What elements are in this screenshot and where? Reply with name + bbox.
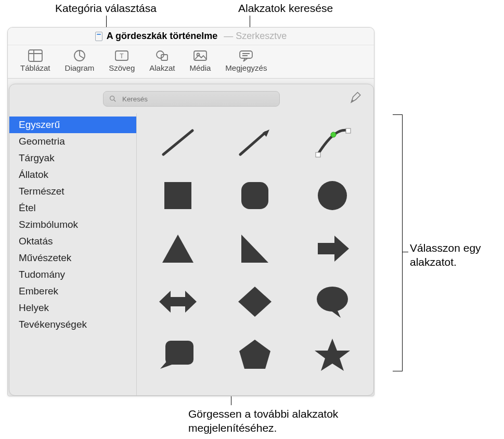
shapes-popover: EgyszerűGeometriaTárgyakÁllatokTermészet…: [9, 84, 374, 396]
sidebar-item[interactable]: Oktatás: [9, 233, 136, 250]
shape-line[interactable]: [154, 123, 201, 162]
shape-arrow-bidir[interactable]: [154, 282, 201, 321]
shape-arrow-line[interactable]: [231, 123, 278, 162]
svg-marker-30: [238, 287, 272, 317]
shape-speech-bubble[interactable]: [309, 282, 356, 321]
svg-rect-24: [241, 182, 268, 209]
svg-marker-29: [159, 291, 197, 313]
shape-pentagon[interactable]: [231, 335, 278, 375]
titlebar: A gördeszkák történelme — Szerkesztve: [8, 28, 374, 45]
toolbar-text[interactable]: T Szöveg: [109, 49, 135, 72]
chart-icon: [72, 49, 87, 62]
shape-circle[interactable]: [309, 176, 356, 215]
document-status: — Szerkesztve: [224, 31, 287, 42]
sidebar-item[interactable]: Emberek: [9, 283, 136, 300]
sidebar-item[interactable]: Tárgyak: [9, 150, 136, 166]
svg-marker-36: [315, 339, 350, 371]
comment-icon: [238, 49, 254, 62]
document-icon: [95, 32, 102, 41]
search-icon: [109, 95, 117, 103]
svg-point-22: [331, 132, 336, 137]
shape-icon: [154, 49, 170, 62]
shapes-area[interactable]: [137, 113, 373, 395]
svg-marker-26: [162, 235, 193, 263]
toolbar-label: Megjegyzés: [225, 63, 267, 72]
svg-rect-0: [29, 50, 42, 61]
toolbar-comment[interactable]: Megjegyzés: [225, 49, 267, 72]
sidebar-item[interactable]: Tevékenységek: [9, 316, 136, 333]
shape-triangle[interactable]: [154, 229, 201, 268]
document-title: A gördeszkák történelme: [107, 31, 217, 42]
sidebar-item[interactable]: Helyek: [9, 300, 136, 316]
sidebar-item[interactable]: Szimbólumok: [9, 216, 136, 233]
toolbar-label: Táblázat: [20, 63, 50, 72]
draw-shape-button[interactable]: [348, 91, 363, 108]
sidebar-item[interactable]: Egyszerű: [9, 117, 136, 133]
svg-marker-35: [239, 340, 270, 369]
svg-rect-20: [316, 152, 320, 157]
svg-rect-21: [346, 128, 351, 133]
svg-rect-23: [164, 182, 191, 209]
toolbar-table[interactable]: Táblázat: [20, 49, 50, 72]
toolbar-chart[interactable]: Diagram: [65, 49, 95, 72]
shape-arrow-right[interactable]: [309, 229, 356, 268]
shape-callout-rect[interactable]: [154, 335, 201, 375]
callout-scroll: Görgessen a további alakzatok megjelenít…: [188, 407, 365, 435]
search-input[interactable]: [121, 95, 274, 104]
media-icon: [192, 49, 208, 62]
shape-star[interactable]: [309, 335, 356, 375]
toolbar-label: Alakzat: [149, 63, 175, 72]
category-sidebar[interactable]: EgyszerűGeometriaTárgyakÁllatokTermészet…: [9, 113, 137, 395]
sidebar-item[interactable]: Geometria: [9, 133, 136, 150]
sidebar-item[interactable]: Tudomány: [9, 266, 136, 283]
svg-point-31: [317, 287, 348, 312]
toolbar: Táblázat Diagram T Szöveg Alakzat Média …: [8, 45, 374, 79]
app-window: A gördeszkák történelme — Szerkesztve Tá…: [7, 27, 374, 396]
toolbar-shape[interactable]: Alakzat: [149, 49, 175, 72]
text-icon: T: [114, 49, 130, 62]
sidebar-item[interactable]: Étel: [9, 200, 136, 216]
search-field[interactable]: [103, 91, 280, 107]
svg-line-17: [163, 131, 192, 154]
svg-marker-27: [241, 235, 268, 263]
svg-point-15: [110, 96, 114, 100]
svg-rect-33: [165, 341, 193, 365]
svg-text:T: T: [120, 53, 124, 60]
callout-category: Kategória választása: [55, 1, 157, 15]
shape-square[interactable]: [154, 176, 201, 215]
toolbar-label: Média: [189, 63, 211, 72]
toolbar-media[interactable]: Média: [189, 49, 211, 72]
shape-curve[interactable]: [309, 123, 356, 162]
table-icon: [28, 49, 43, 62]
sidebar-item[interactable]: Természet: [9, 183, 136, 200]
svg-marker-28: [318, 236, 349, 262]
shape-right-triangle[interactable]: [231, 229, 278, 268]
callout-search: Alakzatok keresése: [238, 1, 333, 15]
pen-icon: [348, 91, 363, 105]
svg-line-16: [114, 100, 115, 101]
shape-rounded-square[interactable]: [231, 176, 278, 215]
sidebar-item[interactable]: Állatok: [9, 166, 136, 183]
toolbar-label: Szöveg: [109, 63, 135, 72]
svg-line-5: [80, 56, 84, 58]
svg-point-25: [318, 181, 347, 210]
toolbar-label: Diagram: [65, 63, 95, 72]
shape-diamond[interactable]: [231, 282, 278, 321]
callout-choose: Válasszon egy alakzatot.: [410, 241, 501, 269]
svg-rect-12: [240, 51, 252, 58]
svg-line-18: [240, 133, 265, 154]
sidebar-item[interactable]: Művészetek: [9, 250, 136, 266]
